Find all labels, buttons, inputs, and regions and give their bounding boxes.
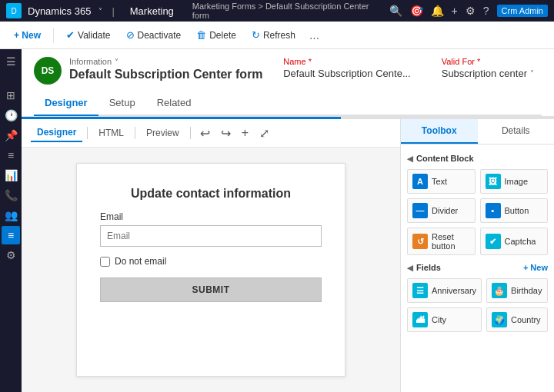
deactivate-icon: ⊘	[126, 29, 135, 41]
toolbox-item-country[interactable]: 🌍 Country	[486, 307, 548, 332]
button-tool-icon: ▪	[486, 203, 501, 218]
sub-tab-html[interactable]: HTML	[92, 125, 130, 141]
sub-tab-preview[interactable]: Preview	[140, 125, 185, 141]
record-tabs: Designer Setup Related	[34, 91, 542, 116]
toolbox-item-anniversary[interactable]: ☰ Anniversary	[407, 278, 482, 303]
birthday-tool-icon: 🎂	[492, 283, 507, 298]
content-blocks-grid: A Text 🖼 Image — Divider ▪	[407, 169, 548, 255]
toolbox-item-birthday[interactable]: 🎂 Birthday	[486, 278, 548, 303]
help-icon[interactable]: ?	[483, 5, 489, 17]
sidebar-chart-icon[interactable]: 📊	[2, 166, 20, 184]
more-button[interactable]: ...	[305, 28, 324, 42]
divider-tool-icon: —	[412, 203, 428, 218]
record-field-valid-for: Valid For * Subscription center ˅	[442, 57, 534, 79]
do-not-email-label: Do not email	[115, 256, 166, 267]
designer-canvas: Designer HTML Preview ↩ ↪ + ⤢ Update con…	[22, 119, 400, 392]
sub-sep-1	[87, 127, 88, 139]
app-icon: D	[6, 3, 22, 18]
canvas-wrapper: Update contact information Email Do not …	[22, 148, 400, 392]
deactivate-button[interactable]: ⊘ Deactivate	[120, 26, 188, 44]
search-icon[interactable]: 🔍	[389, 5, 402, 17]
fields-header: ◀ Fields + New	[407, 263, 548, 272]
valid-for-chevron-icon: ˅	[530, 69, 534, 78]
toolbar-separator-1	[53, 28, 54, 43]
record-field-name: Name * Default Subscription Cente...	[283, 57, 410, 79]
sub-sep-2	[135, 127, 135, 139]
add-new-field-button[interactable]: + New	[523, 263, 548, 272]
toolbox-item-captcha[interactable]: ✔ Captcha	[480, 228, 549, 255]
undo-button[interactable]: ↩	[195, 125, 215, 142]
city-tool-icon: 🏙	[412, 312, 428, 327]
nav-icons: 🔍 🎯 🔔 + ⚙ ? Crm Admin	[389, 5, 548, 17]
image-tool-icon: 🖼	[486, 174, 501, 189]
toolbox-item-image[interactable]: 🖼 Image	[480, 169, 549, 194]
fields-collapse-icon[interactable]: ◀	[407, 264, 413, 272]
content-block-header: ◀ Content Block	[407, 154, 548, 163]
toolbox-tab-details[interactable]: Details	[478, 119, 555, 144]
record-fields: Name * Default Subscription Cente... Val…	[271, 57, 542, 79]
record-type-chevron-icon[interactable]: ˅	[115, 58, 118, 66]
toolbox-item-reset-button[interactable]: ↺ Reset button	[407, 228, 476, 255]
validate-button[interactable]: ✔ Validate	[60, 26, 116, 44]
sub-tab-designer[interactable]: Designer	[31, 124, 82, 142]
tab-setup[interactable]: Setup	[98, 91, 146, 116]
sidebar-list-icon[interactable]: ≡	[2, 146, 20, 164]
app-chevron-icon: ˅	[98, 7, 102, 15]
tab-related[interactable]: Related	[146, 91, 202, 116]
module-name: Marketing	[130, 5, 174, 17]
sidebar-phone-icon[interactable]: 📞	[2, 186, 20, 204]
toolbox-item-text[interactable]: A Text	[407, 169, 476, 194]
sidebar-form-icon[interactable]: ≡	[2, 226, 20, 244]
bell-icon[interactable]: 🔔	[431, 5, 444, 17]
plus-icon[interactable]: +	[452, 5, 458, 17]
sidebar-gear-icon[interactable]: ⚙	[2, 246, 20, 264]
content-block-collapse-icon[interactable]: ◀	[407, 154, 413, 163]
sidebar-users-icon[interactable]: 👥	[2, 206, 20, 224]
do-not-email-row: Do not email	[100, 256, 322, 267]
record-info: Information ˅ Default Subscription Cente…	[69, 57, 263, 81]
form-widget-title: Update contact information	[100, 187, 322, 201]
toolbox-item-city[interactable]: 🏙 City	[407, 307, 482, 332]
delete-button[interactable]: 🗑 Delete	[190, 26, 242, 44]
user-button[interactable]: Crm Admin	[497, 5, 548, 17]
left-sidebar: ☰ ⊞ 🕐 📌 ≡ 📊 📞 👥 ≡ ⚙	[0, 49, 22, 392]
toolbox-tabs: Toolbox Details	[401, 119, 554, 145]
record-header: DS Information ˅ Default Subscription Ce…	[22, 49, 554, 117]
sub-sep-3	[190, 127, 191, 139]
sidebar-recent-icon[interactable]: 🕐	[2, 106, 20, 125]
reset-button-tool-icon: ↺	[412, 234, 428, 249]
toolbox-panel: Toolbox Details ◀ Content Block A	[400, 119, 554, 392]
email-input[interactable]	[100, 225, 322, 247]
main-toolbar: + New ✔ Validate ⊘ Deactivate 🗑 Delete ↻…	[0, 22, 554, 49]
tab-designer[interactable]: Designer	[34, 91, 98, 116]
add-element-button[interactable]: +	[237, 125, 253, 141]
record-type: Information ˅	[69, 57, 263, 66]
do-not-email-checkbox[interactable]	[100, 257, 110, 267]
record-title: Default Subscription Center form	[69, 68, 263, 81]
target-icon[interactable]: 🎯	[410, 5, 423, 17]
captcha-tool-icon: ✔	[486, 234, 501, 249]
submit-button[interactable]: SUBMIT	[100, 277, 322, 302]
settings-icon[interactable]: ⚙	[466, 5, 476, 17]
record-header-top: DS Information ˅ Default Subscription Ce…	[34, 57, 542, 85]
sidebar-home-icon[interactable]: ⊞	[2, 86, 20, 105]
sidebar-pinned-icon[interactable]: 📌	[2, 126, 20, 145]
toolbox-tab-toolbox[interactable]: Toolbox	[401, 119, 478, 144]
main-layout: ☰ ⊞ 🕐 📌 ≡ 📊 📞 👥 ≡ ⚙ DS Information ˅ Def…	[0, 49, 554, 392]
refresh-icon: ↻	[252, 29, 260, 41]
form-area: Designer HTML Preview ↩ ↪ + ⤢ Update con…	[22, 119, 554, 392]
avatar: DS	[34, 57, 62, 85]
toolbox-item-divider[interactable]: — Divider	[407, 198, 476, 223]
breadcrumb: Marketing Forms > Default Subscription C…	[192, 2, 383, 20]
refresh-button[interactable]: ↻ Refresh	[245, 26, 302, 44]
country-tool-icon: 🌍	[492, 312, 507, 327]
top-navigation: D Dynamics 365 ˅ | Marketing Marketing F…	[0, 0, 554, 22]
fields-grid: ☰ Anniversary 🎂 Birthday 🏙 City 🌍	[407, 278, 548, 332]
anniversary-tool-icon: ☰	[412, 283, 428, 298]
redo-button[interactable]: ↪	[216, 125, 235, 142]
expand-button[interactable]: ⤢	[255, 125, 274, 142]
valid-for-dropdown[interactable]: Subscription center ˅	[442, 68, 534, 79]
toolbox-item-button[interactable]: ▪ Button	[480, 198, 549, 223]
new-button[interactable]: + New	[8, 27, 47, 44]
sidebar-menu-icon[interactable]: ☰	[2, 52, 20, 71]
